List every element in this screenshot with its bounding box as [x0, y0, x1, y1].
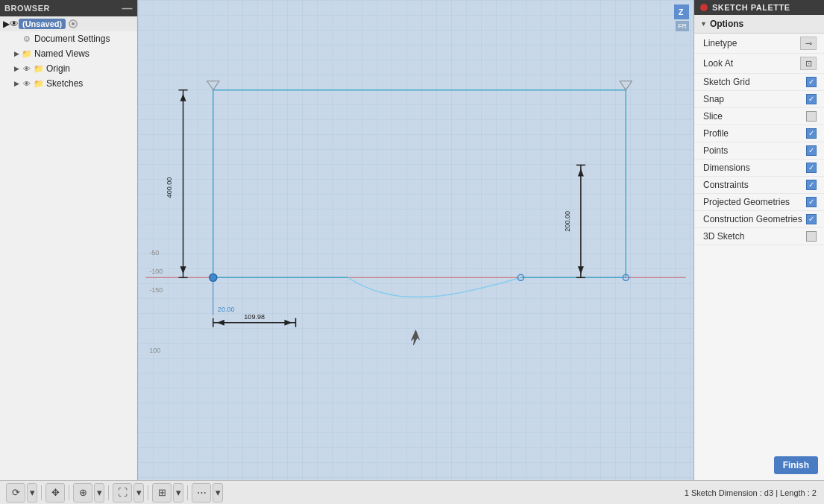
browser-item-named-views[interactable]: ▶ 📁 Named Views	[0, 46, 137, 61]
options-section-label: Options	[710, 19, 743, 29]
3d-sketch-label: 3D Sketch	[703, 231, 744, 242]
pan-button[interactable]: ✥	[45, 483, 65, 503]
fit-dropdown-button[interactable]: ▾	[133, 483, 144, 503]
slice-label: Slice	[703, 111, 723, 122]
origin-expand-icon: ▶	[12, 64, 21, 73]
separator-3	[108, 485, 109, 500]
constraints-control[interactable]	[806, 180, 817, 190]
profile-control[interactable]	[806, 128, 817, 139]
sketch-grid-label: Sketch Grid	[703, 77, 750, 87]
svg-text:109.98: 109.98	[244, 313, 265, 321]
browser-header: BROWSER —	[0, 0, 137, 16]
browser-item-sketches[interactable]: ▶ 👁 📁 Sketches	[0, 76, 137, 91]
svg-marker-14	[578, 168, 584, 176]
sketches-visibility-icon[interactable]: 👁	[21, 79, 33, 88]
palette-header: SKETCH PALETTE	[694, 0, 824, 15]
unsaved-dot-icon	[69, 19, 78, 28]
fit-button[interactable]: ⛶	[113, 483, 132, 503]
snap-control[interactable]	[806, 94, 817, 104]
finish-button[interactable]: Finish	[774, 456, 818, 474]
palette-row-snap: Snap	[694, 91, 824, 108]
dimensions-control[interactable]	[806, 163, 817, 173]
separator-1	[41, 485, 42, 500]
options-collapse-icon: ▼	[700, 20, 707, 28]
svg-marker-21	[207, 81, 219, 90]
svg-marker-19	[217, 320, 224, 326]
more-button[interactable]: ⋯	[192, 483, 211, 503]
palette-row-points: Points	[694, 142, 824, 160]
palette-row-slice: Slice	[694, 108, 824, 125]
palette-row-3d-sketch: 3D Sketch	[694, 228, 824, 245]
svg-text:Z: Z	[679, 7, 684, 16]
linetype-control[interactable]: ⊸	[800, 37, 817, 50]
separator-5	[187, 485, 188, 500]
separator-2	[69, 485, 69, 500]
linetype-icon-button[interactable]: ⊸	[800, 37, 817, 50]
svg-marker-15	[578, 266, 584, 274]
orbit-button[interactable]: ⟳	[6, 483, 25, 503]
separator-4	[148, 485, 148, 500]
look-at-control[interactable]: ⊡	[800, 57, 817, 70]
profile-checkbox[interactable]	[806, 128, 817, 139]
projected-geometries-checkbox[interactable]	[806, 197, 817, 207]
browser-item-origin[interactable]: ▶ 👁 📁 Origin	[0, 61, 137, 76]
points-control[interactable]	[806, 145, 817, 156]
slice-checkbox[interactable]	[806, 111, 817, 122]
bottom-toolbar: ⟳ ▾ ✥ ⊕ ▾ ⛶ ▾ ⊞ ▾ ⋯ ▾ 1 Sketch Dimension…	[0, 480, 824, 504]
3d-sketch-checkbox[interactable]	[806, 231, 817, 242]
points-checkbox[interactable]	[806, 145, 817, 156]
grid-button[interactable]: ⊞	[152, 483, 172, 503]
unsaved-expand-icon[interactable]: ▶	[3, 19, 10, 29]
sketch-palette: SKETCH PALETTE ▼ Options Linetype ⊸ Look…	[694, 0, 824, 480]
svg-marker-22	[620, 81, 632, 90]
origin-visibility-icon[interactable]: 👁	[21, 64, 33, 73]
svg-marker-10	[180, 266, 186, 274]
construction-geometries-label: Construction Geometries	[703, 214, 802, 224]
doc-settings-expand-icon	[12, 34, 21, 43]
svg-text:-50: -50	[149, 249, 159, 256]
named-views-expand-icon: ▶	[12, 49, 21, 58]
grid-dropdown-button[interactable]: ▾	[173, 483, 183, 503]
sketch-grid-control[interactable]	[806, 77, 817, 87]
sketches-expand-icon: ▶	[12, 79, 21, 88]
snap-checkbox[interactable]	[806, 94, 817, 104]
construction-geometries-checkbox[interactable]	[806, 214, 817, 224]
canvas-area[interactable]: 400.00 200.00 109.98 20.00 -100 -50 100 …	[138, 0, 694, 480]
zoom-dropdown-button[interactable]: ▾	[94, 483, 104, 503]
dimensions-checkbox[interactable]	[806, 163, 817, 173]
svg-text:-100: -100	[149, 268, 163, 275]
palette-title: SKETCH PALETTE	[712, 3, 790, 12]
browser-panel: BROWSER — ▶ 👁 (Unsaved) ⚙ Document Setti…	[0, 0, 138, 480]
toolbar-group-navigation: ⟳ ▾ ✥ ⊕ ▾ ⛶ ▾ ⊞ ▾ ⋯ ▾	[6, 483, 223, 503]
svg-text:FR: FR	[678, 22, 687, 30]
unsaved-visibility-icon[interactable]: 👁	[10, 19, 19, 29]
dimensions-label: Dimensions	[703, 163, 750, 173]
status-bar-text: 1 Sketch Dimension : d3 | Length : 2	[685, 488, 817, 497]
constraints-checkbox[interactable]	[806, 180, 817, 190]
browser-collapse-icon[interactable]: —	[122, 2, 133, 14]
svg-text:200.00: 200.00	[564, 211, 571, 232]
axis-indicator: Z FR	[653, 3, 691, 40]
doc-settings-label: Document Settings	[33, 34, 134, 44]
projected-geometries-control[interactable]	[806, 197, 817, 207]
projected-geometries-label: Projected Geometries	[703, 197, 790, 207]
sketch-grid-checkbox[interactable]	[806, 77, 817, 87]
construction-geometries-control[interactable]	[806, 214, 817, 224]
profile-label: Profile	[703, 128, 729, 139]
zoom-button[interactable]: ⊕	[73, 483, 92, 503]
svg-text:400.00: 400.00	[166, 177, 173, 198]
slice-control[interactable]	[806, 111, 817, 122]
sketches-folder-icon: 📁	[33, 79, 45, 88]
orbit-dropdown-button[interactable]: ▾	[27, 483, 37, 503]
svg-text:20.00: 20.00	[218, 306, 235, 313]
browser-item-document-settings[interactable]: ⚙ Document Settings	[0, 31, 137, 46]
palette-row-construction-geometries: Construction Geometries	[694, 211, 824, 228]
browser-item-unsaved[interactable]: ▶ 👁 (Unsaved)	[0, 16, 137, 31]
palette-section-options[interactable]: ▼ Options	[694, 15, 824, 34]
more-dropdown-button[interactable]: ▾	[213, 483, 223, 503]
svg-text:-150: -150	[149, 286, 163, 294]
look-at-icon-button[interactable]: ⊡	[800, 57, 817, 70]
3d-sketch-control[interactable]	[806, 231, 817, 242]
svg-marker-27	[411, 330, 419, 345]
sketches-label: Sketches	[45, 78, 134, 89]
